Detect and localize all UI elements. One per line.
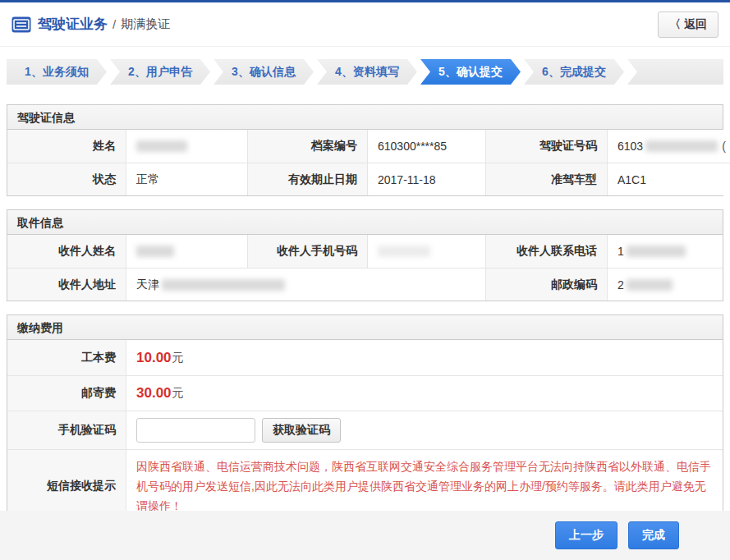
breadcrumb-current: 期满换证: [121, 16, 170, 32]
field-label-valid-until: 有效期止日期: [247, 163, 367, 195]
field-label-recipient-mobile: 收件人手机号码: [247, 235, 367, 268]
section-title-license: 驾驶证信息: [7, 105, 723, 130]
page: 驾驶证业务 / 期满换证 〈 返回 1、业务须知 2、用户申告 3、确认信息 4…: [0, 0, 730, 560]
tab-step-4[interactable]: 4、资料填写: [317, 59, 417, 85]
tab-step-5[interactable]: 5、确认提交: [420, 59, 521, 85]
tab-step-2[interactable]: 2、用户申告: [110, 59, 210, 85]
header: 驾驶证业务 / 期满换证 〈 返回: [0, 2, 730, 47]
section-fees: 缴纳费用 工本费 10.00元 邮寄费 30.00元 手机验证码 获取验证码 短…: [7, 314, 723, 523]
fee-label-production: 工本费: [7, 340, 126, 375]
field-value-name: [126, 130, 247, 163]
section-title-pickup: 取件信息: [7, 210, 723, 235]
breadcrumb-divider: /: [112, 17, 116, 31]
license-card-icon: [11, 16, 31, 33]
tab-step-1[interactable]: 1、业务须知: [7, 59, 107, 85]
fee-value-production: 10.00元: [126, 340, 723, 375]
field-label-recipient-name: 收件人姓名: [7, 235, 126, 268]
field-value-recipient-address: 天津: [126, 268, 485, 301]
field-label-name: 姓名: [7, 130, 126, 163]
field-label-vehicle-class: 准驾车型: [485, 163, 607, 195]
section-title-fees: 缴纳费用: [7, 315, 723, 340]
tab-filler: [627, 59, 723, 85]
field-value-postal-code: 2: [607, 268, 723, 301]
section-license-info: 驾驶证信息 姓名 档案编号 610300****85 驾驶证号码 6103( 状…: [7, 104, 723, 196]
sms-code-label: 手机验证码: [7, 411, 126, 449]
finish-button[interactable]: 完成: [628, 521, 679, 549]
field-label-license-no: 驾驶证号码: [485, 130, 607, 163]
tab-step-6[interactable]: 6、完成提交: [524, 59, 624, 85]
field-label-recipient-phone: 收件人联系电话: [485, 235, 607, 268]
field-value-license-no: 6103(: [607, 130, 730, 163]
back-button[interactable]: 〈 返回: [658, 11, 719, 38]
sms-code-input[interactable]: [136, 418, 255, 443]
section-pickup-info: 取件信息 收件人姓名 收件人手机号码 收件人联系电话 1 收件人地址 天津 邮政…: [7, 209, 723, 301]
back-button-label: 返回: [684, 17, 707, 32]
field-value-recipient-mobile: [367, 235, 485, 268]
field-label-recipient-address: 收件人地址: [7, 268, 126, 301]
field-value-vehicle-class: A1C1: [607, 163, 730, 195]
field-label-status: 状态: [7, 163, 126, 195]
fee-label-postage: 邮寄费: [7, 375, 126, 411]
main-content: 1、业务须知 2、用户申告 3、确认信息 4、资料填写 5、确认提交 6、完成提…: [0, 59, 730, 523]
field-value-recipient-phone: 1: [607, 235, 723, 268]
sms-code-field: 获取验证码: [126, 411, 723, 449]
field-value-valid-until: 2017-11-18: [367, 163, 485, 195]
field-value-recipient-name: [126, 235, 247, 268]
get-sms-code-button[interactable]: 获取验证码: [262, 418, 341, 443]
field-label-postal-code: 邮政编码: [485, 268, 607, 301]
field-value-status: 正常: [126, 163, 247, 195]
previous-step-button[interactable]: 上一步: [555, 521, 618, 549]
fee-value-postage: 30.00元: [126, 375, 723, 411]
tab-step-3[interactable]: 3、确认信息: [213, 59, 314, 85]
footer-bar: 上一步 完成: [0, 511, 730, 560]
step-tabs: 1、业务须知 2、用户申告 3、确认信息 4、资料填写 5、确认提交 6、完成提…: [7, 59, 723, 85]
field-label-file-no: 档案编号: [247, 130, 367, 163]
chevron-left-icon: 〈: [669, 17, 681, 32]
page-title: 驾驶证业务: [38, 15, 108, 34]
field-value-file-no: 610300****85: [367, 130, 485, 163]
